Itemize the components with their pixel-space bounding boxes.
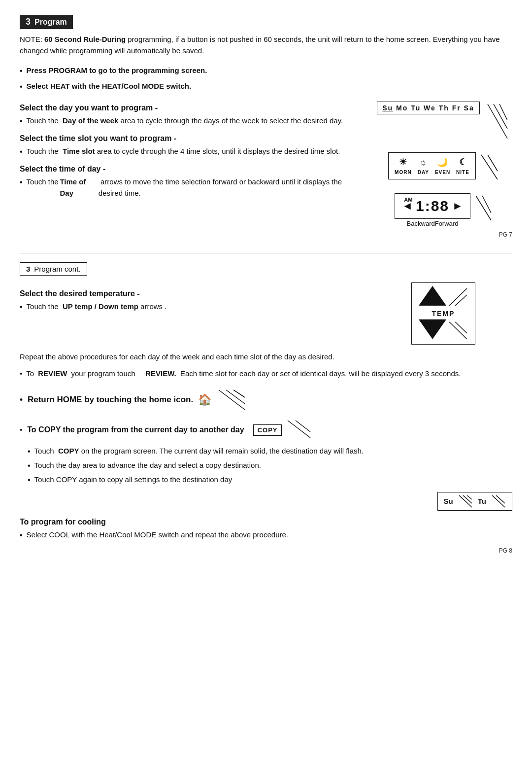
temp-bold: UP temp / Down temp bbox=[63, 301, 138, 313]
temp-arrows-container: TEMP bbox=[419, 286, 468, 341]
section-number-2: 3 bbox=[26, 265, 30, 273]
review-suffix: Each time slot for each day or set of id… bbox=[178, 368, 461, 380]
timeslot-suffix: area to cycle through the 4 time slots, … bbox=[95, 146, 340, 157]
svg-line-0 bbox=[488, 104, 507, 139]
su-lines-svg bbox=[458, 494, 473, 508]
timeslot-bold: Time slot bbox=[63, 146, 95, 157]
select-temp-heading: Select the desired temperature - bbox=[20, 289, 365, 298]
diag-lines-2 bbox=[479, 152, 499, 183]
section-header-2: 3 Program cont. bbox=[20, 262, 87, 276]
clock-group: AM ◄ 1:88 ► BackwardForward bbox=[395, 193, 492, 227]
copy-b2-text: Touch the day area to advance the day an… bbox=[34, 460, 261, 471]
timeofday-suffix: arrows to move the time selection forwar… bbox=[99, 176, 365, 199]
repeat-text: Repeat the above procedures for each day… bbox=[20, 351, 512, 363]
copy-b3-text: Touch COPY again to copy all settings to… bbox=[34, 474, 233, 486]
temp-box-diagram: TEMP bbox=[411, 282, 475, 345]
diag-lines-3 bbox=[473, 193, 492, 224]
diagonal-lines-svg-3 bbox=[473, 193, 492, 223]
slot-day: ☼ DAY bbox=[418, 157, 429, 175]
slot-morn: ☀ MORN bbox=[395, 157, 412, 175]
temp-down-group bbox=[419, 319, 468, 341]
svg-line-12 bbox=[226, 390, 245, 404]
day-label: DAY bbox=[418, 170, 429, 175]
svg-line-2 bbox=[499, 104, 507, 120]
copy-heading-row: • To COPY the program from the current d… bbox=[20, 418, 512, 442]
copy-b1-bold: COPY bbox=[58, 446, 79, 457]
slot-even: 🌙 EVEN bbox=[435, 157, 450, 175]
select-timeofday-heading-text: Select the time of day bbox=[20, 165, 101, 173]
select-timeofday-bullet: Touch the Time of Day arrows to move the… bbox=[20, 176, 365, 199]
copy-b1-suffix: on the program screen. The current day w… bbox=[79, 446, 364, 457]
clock-container: AM ◄ 1:88 ► BackwardForward bbox=[395, 193, 470, 227]
cooling-heading-text: To program for cooling bbox=[20, 518, 106, 526]
bullet-program-text: Press PROGRAM to go to the programming s… bbox=[27, 65, 207, 76]
cooling-bullets: Select COOL with the Heat/Cool MODE swit… bbox=[20, 529, 512, 541]
diag-lines-1 bbox=[483, 102, 510, 142]
su-tu-group: Su Tu bbox=[20, 492, 512, 511]
su-tu-diagram: Su Tu bbox=[437, 492, 512, 511]
home-icon: 🏠 bbox=[198, 393, 211, 406]
nite-icon: ☾ bbox=[459, 157, 467, 168]
copy-b1-prefix: Touch bbox=[34, 446, 58, 457]
return-home-text: Return HOME by touching the home icon. bbox=[28, 395, 193, 405]
section-label-2: Program cont. bbox=[34, 265, 80, 273]
svg-line-20 bbox=[496, 495, 505, 503]
select-timeslot-bullets: Touch the Time slot area to cycle throug… bbox=[20, 146, 365, 158]
day-selector-container: Su Mo Tu We Th Fr Sa bbox=[377, 102, 479, 114]
morn-label: MORN bbox=[395, 170, 412, 175]
select-temp-bullet: Touch the UP temp / Down temp arrows . bbox=[20, 301, 365, 313]
review-bold1: REVIEW bbox=[36, 368, 67, 380]
day-bullet-suffix: area to cycle through the days of the we… bbox=[118, 115, 343, 127]
bullet-dot-copy: • bbox=[20, 425, 22, 434]
tu-label: Tu bbox=[478, 497, 486, 505]
copy-diag-lines bbox=[287, 418, 311, 442]
svg-line-10 bbox=[455, 322, 467, 333]
select-timeofday-bullets: Touch the Time of Day arrows to move the… bbox=[20, 176, 365, 199]
copy-box-label: COPY bbox=[253, 425, 282, 434]
cooling-bullet: Select COOL with the Heat/Cool MODE swit… bbox=[20, 529, 512, 541]
bullet-program: Press PROGRAM to go to the programming s… bbox=[20, 65, 512, 77]
select-day-heading: Select the day you want to program - bbox=[20, 104, 365, 112]
diagram-column: Su Mo Tu We Th Fr Sa ☀ bbox=[374, 97, 512, 227]
day-bullet-bold: Day of the week bbox=[63, 115, 118, 127]
temp-suffix: arrows . bbox=[138, 301, 167, 313]
copy-section: • To COPY the program from the current d… bbox=[20, 418, 512, 511]
time-slots-group: ☀ MORN ☼ DAY 🌙 EVEN ☾ NITE bbox=[388, 152, 499, 183]
two-col-layout-2: Select the desired temperature - Touch t… bbox=[20, 282, 512, 345]
copy-bullet-2: Touch the day area to advance the day an… bbox=[28, 460, 512, 472]
home-diag-lines bbox=[216, 387, 246, 412]
slot-nite: ☾ NITE bbox=[456, 157, 469, 175]
text-column: Select the day you want to program - Tou… bbox=[20, 97, 374, 227]
pg-label-1: PG 7 bbox=[20, 231, 512, 238]
cooling-section: To program for cooling Select COOL with … bbox=[20, 518, 512, 541]
temp-up-arrow bbox=[419, 286, 446, 306]
timeslot-prefix: Touch the bbox=[27, 146, 63, 157]
diagonal-lines-svg-2 bbox=[479, 152, 499, 182]
time-slots-diagram: ☀ MORN ☼ DAY 🌙 EVEN ☾ NITE bbox=[388, 152, 476, 179]
review-middle: your program touch bbox=[69, 368, 135, 380]
day-selector-diagram: Su Mo Tu We Th Fr Sa bbox=[377, 102, 479, 114]
page-2: 3 Program cont. Select the desired tempe… bbox=[20, 262, 512, 554]
morn-icon: ☀ bbox=[399, 157, 407, 168]
note-bold: 60 Second Rule-During bbox=[44, 35, 126, 43]
svg-line-4 bbox=[488, 155, 498, 171]
even-icon: 🌙 bbox=[437, 157, 448, 168]
day-su: Su bbox=[382, 104, 393, 112]
clock-am-label: AM bbox=[404, 197, 412, 203]
timeofday-prefix: Touch the bbox=[27, 176, 60, 199]
select-day-bullet: Touch the Day of the week area to cycle … bbox=[20, 115, 365, 127]
section-number-1: 3 bbox=[26, 17, 31, 27]
temp-down-lines bbox=[448, 319, 468, 341]
review-bold2: REVIEW. bbox=[137, 368, 176, 380]
svg-line-17 bbox=[463, 495, 472, 503]
note-label: NOTE: bbox=[20, 35, 42, 43]
review-line: • To REVIEW your program touch REVIEW. E… bbox=[20, 368, 512, 380]
copy-bullet-3: Touch COPY again to copy all settings to… bbox=[28, 474, 512, 486]
day-icon: ☼ bbox=[419, 157, 428, 168]
section-label-1: Program bbox=[34, 18, 67, 27]
temp-prefix: Touch the bbox=[27, 301, 63, 313]
select-timeofday-heading: Select the time of day - bbox=[20, 165, 365, 174]
copy-diag-svg bbox=[287, 418, 311, 440]
bullet-heat-text: Select HEAT with the HEAT/Cool MODE swit… bbox=[27, 81, 191, 92]
section-header-1: 3 Program bbox=[20, 15, 73, 29]
